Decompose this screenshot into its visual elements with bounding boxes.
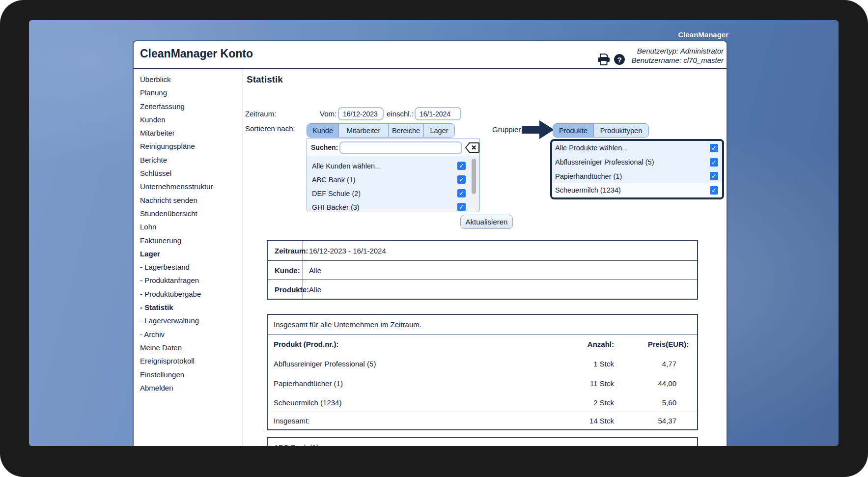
tab-bereiche[interactable]: Bereiche: [389, 124, 424, 137]
table-row: Kunde: Alle: [268, 260, 697, 280]
einschl-date-input[interactable]: [415, 107, 461, 120]
search-input[interactable]: [339, 141, 462, 154]
sidebar-item-produktuebergabe[interactable]: - Produktübergabe: [140, 287, 213, 301]
sidebar-item-ueberblick[interactable]: Überblick: [140, 73, 213, 86]
list-item-label: Alle Kunden wählen...: [312, 162, 381, 170]
tab-mitarbeiter[interactable]: Mitarbeiter: [339, 124, 389, 137]
checkbox-checked[interactable]: [710, 186, 718, 195]
sidebar-item-lohn[interactable]: Lohn: [140, 220, 213, 233]
list-item-label: Alle Produkte wählen...: [555, 144, 628, 152]
sidebar-item-unternehmensstruktur[interactable]: Unternehmensstruktur: [140, 180, 213, 193]
kunden-filter-panel: Suchen: Alle Kunden wählen...: [307, 139, 480, 212]
sidebar-item-statistik[interactable]: - Statistik: [140, 301, 213, 314]
sidebar-item-lagerbestand[interactable]: - Lagerbestand: [140, 260, 213, 274]
sidebar-item-planung[interactable]: Planung: [140, 86, 213, 99]
sidebar-item-produktanfragen[interactable]: - Produktanfragen: [140, 274, 213, 287]
print-icon[interactable]: [597, 54, 610, 65]
zeitraum-label: Zeitraum:: [245, 110, 276, 118]
next-section-table: ABC Bank (1): [267, 437, 698, 446]
produkte-filter-panel: Alle Produkte wählen... Abflussreiniger …: [550, 139, 724, 199]
list-item[interactable]: Alle Produkte wählen...: [552, 141, 722, 155]
vom-date-input[interactable]: [338, 107, 384, 120]
list-item-label: Papierhandtücher (1): [555, 172, 622, 180]
sidebar-item-archiv[interactable]: - Archiv: [140, 328, 213, 341]
list-item[interactable]: ABC Bank (1): [307, 173, 479, 187]
tab-lager[interactable]: Lager: [424, 124, 454, 137]
sidebar-item-berichte[interactable]: Berichte: [140, 153, 213, 167]
col-product-header: Produkt (Prod.nr.):: [274, 340, 535, 348]
einschl-label: einschl.:: [387, 110, 414, 118]
list-item[interactable]: Papierhandtücher (1): [552, 169, 722, 183]
list-item[interactable]: Scheuermilch (1234): [552, 183, 722, 197]
device-frame: CleanManager CleanManager Konto ? Benutz…: [0, 0, 868, 477]
sidebar-item-abmelden[interactable]: Abmelden: [140, 381, 213, 394]
suchen-label: Suchen:: [311, 143, 338, 151]
search-row: Suchen:: [307, 139, 479, 157]
checkbox-checked[interactable]: [710, 144, 718, 152]
cell-qty: 1 Stck: [535, 360, 614, 368]
row-value: 16/12-2023 - 16/1-2024: [303, 241, 697, 260]
sidebar-item-nachricht-senden[interactable]: Nachricht senden: [140, 194, 213, 207]
sidebar-item-meine-daten[interactable]: Meine Daten: [140, 341, 213, 354]
sidebar-item-fakturierung[interactable]: Fakturierung: [140, 234, 213, 247]
app-window: CleanManager Konto ? Benutzertyp: Admini…: [133, 40, 728, 446]
tab-produkte[interactable]: Produkte: [553, 124, 594, 137]
list-item-label: GHI Bäcker (3): [312, 203, 360, 211]
sidebar-item-kunden[interactable]: Kunden: [140, 113, 213, 126]
help-icon[interactable]: ?: [614, 54, 625, 65]
row-value: Alle: [303, 261, 697, 280]
sidebar-item-lager[interactable]: Lager: [140, 247, 213, 260]
clear-search-icon[interactable]: [465, 142, 479, 154]
sidebar-item-schluessel[interactable]: Schlüssel: [140, 167, 213, 180]
sidebar-item-stundenuebersicht[interactable]: Stundenübersicht: [140, 207, 213, 220]
sidebar-item-einstellungen[interactable]: Einstellungen: [140, 368, 213, 381]
list-item-label: Scheuermilch (1234): [555, 186, 621, 194]
sidebar-item-mitarbeiter[interactable]: Mitarbeiter: [140, 126, 213, 140]
tab-produkttypen[interactable]: Produkttypen: [594, 124, 648, 137]
row-value: Alle: [303, 280, 697, 299]
list-item[interactable]: Alle Kunden wählen...: [307, 159, 479, 173]
list-item[interactable]: GHI Bäcker (3): [307, 200, 479, 212]
cell-product: Scheuermilch (1234): [274, 398, 535, 407]
list-item[interactable]: DEF Schule (2): [307, 187, 479, 200]
checkbox-checked[interactable]: [457, 189, 466, 197]
row-label: Produkte:: [268, 280, 303, 299]
scrollbar[interactable]: [471, 158, 476, 211]
cell-product: Papierhandtücher (1): [274, 379, 535, 388]
gruppieren-label: Gruppier: [492, 125, 521, 134]
totals-table: Insgesamt für alle Unternehmen im Zeitra…: [267, 314, 698, 430]
list-item-label: DEF Schule (2): [312, 190, 361, 197]
table-row: Papierhandtücher (1) 11 Stck 44,00: [268, 373, 697, 393]
sidebar-item-zeiterfassung[interactable]: Zeiterfassung: [140, 100, 213, 113]
list-item-label: ABC Bank (1): [312, 176, 356, 184]
scrollbar-thumb[interactable]: [472, 159, 476, 194]
tab-kunde[interactable]: Kunde: [307, 124, 339, 137]
table-row: Produkte: Alle: [268, 280, 697, 299]
table-row: Abflussreiniger Professional (5) 1 Stck …: [268, 354, 697, 373]
sortieren-label: Sortieren nach:: [245, 124, 295, 133]
table-header-row: Produkt (Prod.nr.): Anzahl: Preis(EUR):: [268, 335, 697, 354]
sidebar-item-reinigungsplaene[interactable]: Reinigungspläne: [140, 140, 213, 153]
sortieren-tabgroup: Kunde Mitarbeiter Bereiche Lager: [307, 123, 455, 138]
checkbox-checked[interactable]: [710, 172, 718, 180]
user-name: Benutzername: cl70_master: [631, 56, 724, 65]
sidebar-item-ereignisprotokoll[interactable]: Ereignisprotokoll: [140, 354, 213, 367]
table-total-row: Insgesamt: 14 Stck 54,37: [268, 412, 697, 429]
desktop-background: CleanManager CleanManager Konto ? Benutz…: [29, 20, 839, 446]
total-label: Insgesamt:: [274, 417, 535, 425]
checkbox-checked[interactable]: [710, 158, 718, 167]
user-info: Benutzertyp: Administrator Benutzername:…: [631, 46, 724, 65]
sidebar-item-lagerverwaltung[interactable]: - Lagerverwaltung: [140, 314, 213, 327]
cell-qty: 11 Stck: [535, 379, 614, 388]
total-price: 54,37: [614, 417, 689, 425]
gruppieren-tabgroup: Produkte Produkttypen: [553, 123, 649, 138]
table-row: Zeitraum: 16/12-2023 - 16/1-2024: [268, 241, 697, 260]
checkbox-checked[interactable]: [457, 203, 466, 211]
checkbox-checked[interactable]: [457, 175, 466, 184]
aktualisieren-button[interactable]: Aktualisieren: [460, 215, 513, 229]
kunden-list: Alle Kunden wählen... ABC Bank (1) DEF S…: [307, 157, 479, 212]
table-caption: Insgesamt für alle Unternehmen im Zeitra…: [268, 315, 697, 335]
list-item[interactable]: Abflussreiniger Professional (5): [552, 155, 722, 169]
cell-price: 44,00: [614, 379, 689, 388]
checkbox-checked[interactable]: [457, 162, 466, 170]
